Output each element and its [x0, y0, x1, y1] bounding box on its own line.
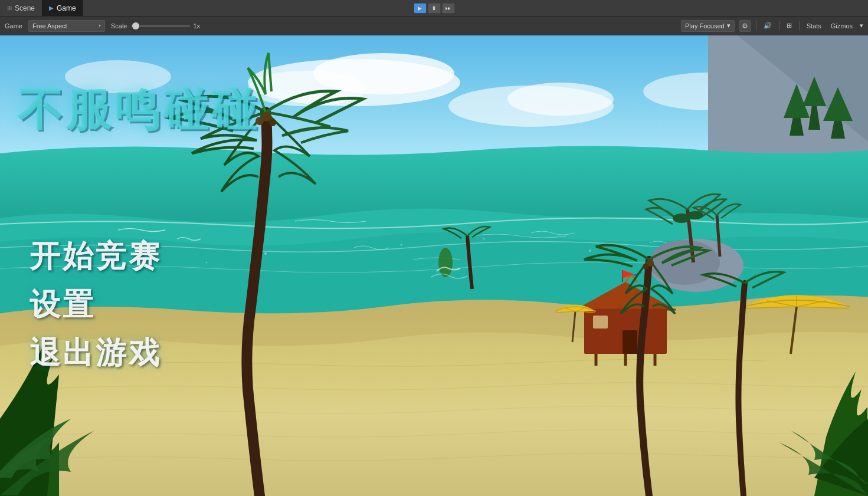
play-button[interactable]: ▶ — [414, 3, 427, 14]
scale-value: 1x — [194, 22, 201, 29]
svg-point-45 — [483, 238, 485, 240]
play-icon: ▶ — [418, 5, 422, 11]
svg-rect-19 — [623, 330, 637, 354]
svg-point-42 — [401, 244, 402, 246]
play-focused-label: Play Focused — [685, 22, 725, 29]
scene-grid-icon: ⊞ — [7, 5, 12, 11]
svg-point-40 — [643, 264, 648, 270]
game-title-overlay: 不服鸣碰碰 — [18, 87, 260, 132]
game-label: Game — [5, 22, 22, 29]
toolbar-separator-2 — [779, 21, 779, 31]
svg-point-43 — [589, 249, 591, 252]
scale-group: Scale 1x — [111, 22, 200, 29]
scene-tab-label: Scene — [15, 4, 35, 12]
tab-bar: ⊞ Scene ▶ Game — [0, 0, 83, 16]
menu-item-settings[interactable]: 设置 — [30, 284, 162, 326]
scale-slider-thumb — [132, 22, 139, 29]
tab-scene[interactable]: ⊞ Scene — [0, 0, 42, 16]
game-tab-label: Game — [57, 4, 76, 12]
menu-item-start[interactable]: 开始竞赛 — [30, 236, 162, 277]
game-title: 不服鸣碰碰 — [18, 87, 260, 132]
game-tab-icon: ▶ — [49, 5, 54, 11]
svg-point-5 — [507, 83, 614, 116]
playback-controls: ▶ ⏸ ⏭ — [414, 3, 455, 14]
aspect-chevron-icon: ▾ — [99, 23, 101, 28]
play-focused-chevron-icon: ▾ — [727, 22, 731, 29]
speaker-icon[interactable]: 🔊 — [761, 22, 774, 29]
scale-label: Scale — [111, 22, 127, 29]
toolbar-separator — [756, 21, 756, 31]
game-viewport: 不服鸣碰碰 开始竞赛 设置 退出游戏 — [0, 35, 868, 496]
stats-label[interactable]: Stats — [804, 22, 824, 29]
svg-rect-20 — [593, 316, 608, 329]
grid-icon[interactable]: ⊞ — [784, 22, 794, 29]
toolbar-separator-3 — [799, 21, 800, 31]
svg-point-41 — [264, 252, 267, 255]
tab-toolbar: ⊞ Scene ▶ Game ▶ ⏸ ⏭ — [0, 0, 868, 17]
game-toolbar: Game Free Aspect ▾ Scale 1x Play Focused… — [0, 17, 868, 35]
gizmos-chevron-icon[interactable]: ▾ — [860, 22, 863, 29]
game-menu: 开始竞赛 设置 退出游戏 — [30, 236, 162, 374]
step-button[interactable]: ⏭ — [442, 3, 455, 14]
aspect-dropdown[interactable]: Free Aspect ▾ — [28, 20, 105, 32]
scale-slider[interactable] — [131, 25, 190, 27]
gizmos-label[interactable]: Gizmos — [828, 22, 855, 29]
aspect-label: Free Aspect — [32, 22, 67, 29]
gear-button[interactable]: ⚙ — [739, 20, 751, 32]
tab-game[interactable]: ▶ Game — [42, 0, 83, 16]
pause-icon: ⏸ — [431, 5, 437, 11]
game-label-group: Game — [5, 22, 22, 29]
right-controls: Play Focused ▾ ⚙ 🔊 ⊞ Stats Gizmos ▾ — [681, 20, 863, 32]
step-icon: ⏭ — [446, 5, 451, 11]
svg-point-35 — [438, 248, 453, 277]
menu-item-quit[interactable]: 退出游戏 — [30, 333, 162, 374]
svg-point-44 — [206, 262, 208, 264]
svg-point-13 — [687, 211, 703, 219]
gear-icon: ⚙ — [742, 22, 748, 30]
pause-button[interactable]: ⏸ — [428, 3, 441, 14]
play-focused-dropdown[interactable]: Play Focused ▾ — [681, 20, 735, 32]
svg-point-38 — [269, 119, 276, 126]
